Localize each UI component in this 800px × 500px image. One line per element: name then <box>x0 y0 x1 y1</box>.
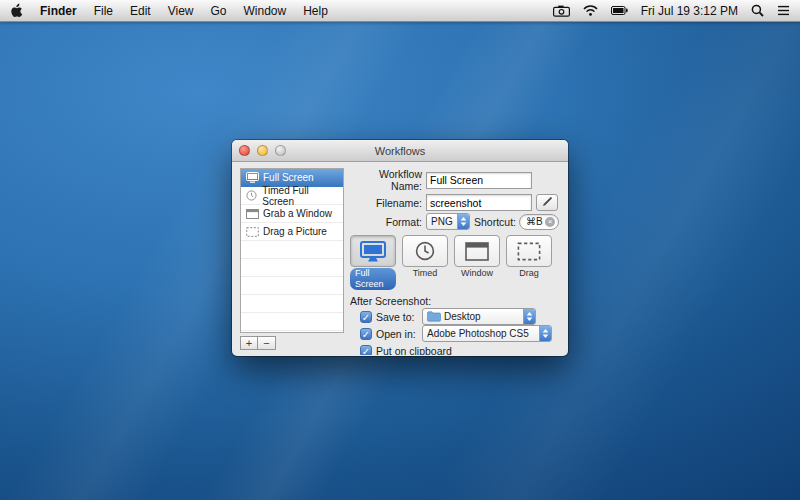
menu-view[interactable]: View <box>168 4 194 18</box>
menu-edit[interactable]: Edit <box>130 4 151 18</box>
list-item-drag-a-picture[interactable]: Drag a Picture <box>241 223 343 241</box>
list-item-label: Full Screen <box>263 172 314 183</box>
after-screenshot-section: After Screenshot: ✓ Save to: Desktop <box>350 295 560 355</box>
list-empty-row <box>241 259 343 277</box>
folder-icon <box>427 311 441 322</box>
display-icon <box>350 235 396 267</box>
traffic-lights <box>239 145 286 156</box>
clipboard-label[interactable]: Put on clipboard <box>376 345 452 356</box>
format-row: Format: PNG Shortcut: ⌘B × <box>350 213 560 230</box>
workflow-name-label: Workflow Name: <box>350 168 422 192</box>
list-edit-buttons: + − <box>240 336 344 350</box>
minimize-button[interactable] <box>257 145 268 156</box>
list-item-label: Grab a Window <box>263 208 332 219</box>
open-in-value: Adobe Photoshop CS5 <box>427 328 529 339</box>
list-item-grab-a-window[interactable]: Grab a Window <box>241 205 343 223</box>
save-to-row: ✓ Save to: Desktop <box>360 309 560 324</box>
clock-icon <box>245 190 258 201</box>
workflow-name-row: Workflow Name: <box>350 168 560 192</box>
remove-workflow-button[interactable]: − <box>258 336 276 350</box>
dashed-selection-icon <box>245 227 259 237</box>
apple-icon[interactable] <box>10 3 23 18</box>
shortcut-label: Shortcut: <box>474 216 516 228</box>
menu-finder[interactable]: Finder <box>40 4 77 18</box>
capture-type-label: Full Screen <box>350 268 396 290</box>
stepper-icon <box>523 309 535 324</box>
workflow-name-input[interactable] <box>426 172 532 189</box>
capture-type-window[interactable]: Window <box>454 235 500 290</box>
window-titlebar[interactable]: Workflows <box>232 140 568 162</box>
list-empty-row <box>241 295 343 313</box>
workflow-sidebar: Full Screen Timed Full Screen Grab a Win… <box>240 168 344 350</box>
menubar-menus: Finder File Edit View Go Window Help <box>10 3 328 18</box>
list-item-label: Drag a Picture <box>263 226 327 237</box>
format-select[interactable]: PNG <box>426 213 470 230</box>
workflow-list: Full Screen Timed Full Screen Grab a Win… <box>240 168 344 333</box>
format-label: Format: <box>350 216 422 228</box>
menubar-clock[interactable]: Fri Jul 19 3:12 PM <box>641 4 738 18</box>
capture-type-buttons: Full Screen Timed Window <box>350 235 560 290</box>
workflows-window: Workflows Full Screen <box>232 140 568 356</box>
open-in-select[interactable]: Adobe Photoshop CS5 <box>422 325 552 342</box>
shortcut-value: ⌘B <box>526 216 543 227</box>
list-empty-row <box>241 277 343 295</box>
window-icon <box>454 235 500 267</box>
edit-filename-button[interactable] <box>536 194 558 211</box>
menu-help[interactable]: Help <box>303 4 328 18</box>
menubar: Finder File Edit View Go Window Help Fri… <box>0 0 800 22</box>
add-workflow-button[interactable]: + <box>240 336 258 350</box>
after-screenshot-heading: After Screenshot: <box>350 295 560 307</box>
stepper-icon <box>539 326 551 341</box>
stepper-icon <box>457 214 469 229</box>
filename-row: Filename: <box>350 194 560 211</box>
spotlight-icon[interactable] <box>751 4 764 17</box>
save-to-value: Desktop <box>444 311 481 322</box>
capture-type-full-screen[interactable]: Full Screen <box>350 235 396 290</box>
window-icon <box>245 209 259 219</box>
zoom-button[interactable] <box>275 145 286 156</box>
display-icon <box>245 172 259 183</box>
open-in-row: ✓ Open in: Adobe Photoshop CS5 <box>360 326 560 341</box>
format-value: PNG <box>431 216 453 227</box>
capture-type-drag[interactable]: Drag <box>506 235 552 290</box>
filename-label: Filename: <box>350 197 422 209</box>
list-empty-row <box>241 241 343 259</box>
list-item-timed-full-screen[interactable]: Timed Full Screen <box>241 187 343 205</box>
workflow-detail-panel: Workflow Name: Filename: Format: P <box>350 168 560 350</box>
menu-window[interactable]: Window <box>244 4 287 18</box>
capture-type-label: Drag <box>514 268 544 279</box>
capture-type-label: Timed <box>408 268 443 279</box>
capture-type-label: Window <box>456 268 498 279</box>
desktop-wallpaper: Finder File Edit View Go Window Help Fri… <box>0 0 800 500</box>
filename-input[interactable] <box>426 194 532 211</box>
battery-icon[interactable] <box>611 6 628 15</box>
capture-type-timed[interactable]: Timed <box>402 235 448 290</box>
open-in-label[interactable]: Open in: <box>376 328 422 340</box>
window-content: Full Screen Timed Full Screen Grab a Win… <box>232 162 568 355</box>
save-to-label[interactable]: Save to: <box>376 311 422 323</box>
shortcut-input[interactable]: ⌘B × <box>519 214 559 230</box>
open-in-checkbox[interactable]: ✓ <box>360 328 372 340</box>
list-empty-row <box>241 313 343 331</box>
menubar-status-area: Fri Jul 19 3:12 PM <box>553 4 790 18</box>
camera-icon[interactable] <box>553 5 570 17</box>
clock-icon <box>402 235 448 267</box>
save-to-select[interactable]: Desktop <box>422 308 536 325</box>
wifi-icon[interactable] <box>583 5 598 16</box>
save-to-checkbox[interactable]: ✓ <box>360 311 372 323</box>
clipboard-row: ✓ Put on clipboard <box>360 343 560 355</box>
close-button[interactable] <box>239 145 250 156</box>
list-menu-icon[interactable] <box>777 5 790 16</box>
clear-shortcut-icon[interactable]: × <box>545 217 555 227</box>
clipboard-checkbox[interactable]: ✓ <box>360 345 372 356</box>
menu-file[interactable]: File <box>94 4 113 18</box>
list-item-label: Timed Full Screen <box>262 185 339 207</box>
menu-go[interactable]: Go <box>211 4 227 18</box>
dashed-selection-icon <box>506 235 552 267</box>
brush-icon <box>542 196 553 209</box>
